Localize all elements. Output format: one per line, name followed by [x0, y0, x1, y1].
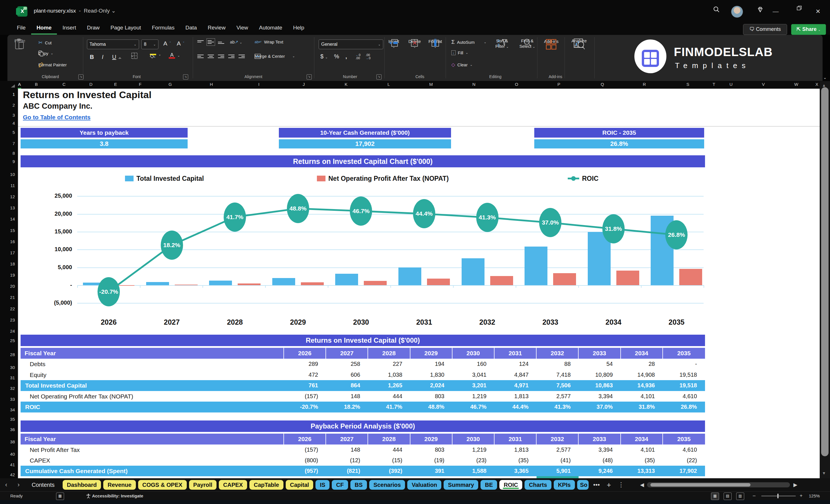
row-header-15[interactable]: 15 [10, 228, 15, 233]
copy-button[interactable]: Copy⌄ [38, 51, 53, 56]
align-center-icon[interactable] [208, 54, 214, 59]
column-header-I[interactable]: I [253, 82, 264, 87]
collapse-ribbon-icon[interactable]: ⌄ [823, 75, 827, 80]
column-header-M[interactable]: M [425, 82, 437, 87]
sheet-tab-bs[interactable]: BS [350, 480, 367, 490]
menu-tab-file[interactable]: File [11, 23, 31, 33]
sheet-options-button[interactable]: ⋮ [614, 481, 628, 489]
user-avatar[interactable] [731, 6, 743, 18]
menu-tab-review[interactable]: Review [202, 23, 231, 33]
read-only-badge[interactable]: Read-Only [84, 8, 110, 14]
sheet-tab-capex[interactable]: CAPEX [219, 480, 247, 490]
accessibility-status[interactable]: Accessibility: Investigate [86, 494, 143, 499]
format-painter-button[interactable]: Format Painter [38, 62, 67, 67]
column-header-W[interactable]: W [791, 82, 802, 87]
sheet-tab-kpis[interactable]: KPIs [554, 480, 575, 490]
align-right-icon[interactable] [218, 54, 224, 59]
premium-diamond-icon[interactable] [752, 6, 762, 17]
cut-button[interactable]: ✂ Cut [38, 39, 52, 46]
search-icon[interactable] [708, 6, 719, 17]
percent-style-button[interactable]: % [334, 53, 339, 60]
row-header-9[interactable]: 9 [12, 159, 15, 164]
comments-button[interactable]: 🗨 Comments [743, 24, 787, 35]
column-header-R[interactable]: R [639, 82, 650, 87]
sheet-nav-left-icon[interactable]: ‹ [0, 481, 12, 489]
row-header-35[interactable]: 35 [10, 417, 15, 421]
row-header-38[interactable]: 38 [10, 439, 15, 444]
more-sheets-button[interactable]: ••• [590, 481, 603, 489]
sheet-tab-dashboard[interactable]: Dashboard [63, 480, 101, 490]
sheet-tab-is[interactable]: IS [316, 480, 329, 490]
add-ins-button[interactable]: Add-ins [544, 39, 558, 44]
orientation-button[interactable]: ab↗ ⌄ [230, 39, 242, 44]
font-size-select[interactable]: 8⌄ [141, 39, 158, 49]
font-color-button[interactable]: A ⌄ [169, 53, 180, 59]
column-header-Q[interactable]: Q [597, 82, 608, 87]
sheet-tab-charts[interactable]: Charts [524, 480, 551, 490]
scroll-right-icon[interactable]: ▶ [793, 482, 797, 488]
insert-cells-button[interactable]: Insert⌄ [388, 39, 399, 49]
paste-button[interactable]: Paste⌄ [14, 38, 25, 48]
column-header-G[interactable]: G [164, 82, 176, 87]
row-header-2[interactable]: 2 [12, 103, 15, 107]
increase-font-button[interactable]: Aˆ [163, 40, 171, 47]
column-header-A[interactable]: A [14, 82, 25, 87]
row-header-31[interactable]: 31 [10, 375, 15, 380]
row-header-12[interactable]: 12 [10, 194, 15, 199]
sheet-tab-revenue[interactable]: Revenue [103, 480, 135, 490]
align-top-icon[interactable] [197, 39, 204, 44]
number-dialog-launcher[interactable]: ↘ [376, 74, 382, 80]
sheet-tab-captable[interactable]: CapTable [249, 480, 283, 490]
zoom-slider[interactable] [761, 496, 796, 496]
analyze-data-button[interactable]: AnalyzeData [571, 38, 586, 49]
alignment-dialog-launcher[interactable]: ↘ [307, 74, 312, 80]
comma-style-button[interactable]: , [346, 53, 347, 60]
zoom-in-button[interactable]: + [800, 493, 802, 499]
column-header-U[interactable]: U [725, 82, 737, 87]
column-header-D[interactable]: D [85, 82, 97, 87]
minimize-button[interactable]: — [770, 6, 781, 17]
row-header-41[interactable]: 41 [10, 462, 15, 467]
fill-button[interactable]: ↓ Fill⌄ [451, 50, 468, 55]
zoom-out-button[interactable]: – [753, 493, 755, 499]
increase-decimal-button[interactable]: ←0.00 [355, 54, 360, 60]
column-header-C[interactable]: C [58, 82, 70, 87]
horizontal-scroll-thumb[interactable] [650, 483, 751, 486]
column-header-E[interactable]: E [110, 82, 121, 87]
row-header-42[interactable]: 42 [10, 472, 15, 477]
sheet-tab-valuation[interactable]: Valuation [407, 480, 441, 490]
row-header-1[interactable]: 1 [12, 92, 15, 97]
menu-tab-help[interactable]: Help [288, 23, 310, 33]
row-header-13[interactable]: 13 [10, 206, 15, 210]
row-header-23[interactable]: 23 [10, 317, 15, 322]
sheet-tab-cogs-opex[interactable]: COGS & OPEX [138, 480, 187, 490]
column-header-B[interactable]: B [31, 82, 42, 87]
row-header-19[interactable]: 19 [10, 273, 15, 278]
delete-cells-button[interactable]: Delete⌄ [408, 39, 421, 49]
menu-tab-page-layout[interactable]: Page Layout [105, 23, 147, 33]
font-dialog-launcher[interactable]: ↘ [183, 74, 188, 80]
row-header-14[interactable]: 14 [10, 217, 15, 221]
sheet-tab-be[interactable]: BE [480, 480, 497, 490]
decrease-indent-icon[interactable] [228, 54, 234, 59]
menu-tab-draw[interactable]: Draw [82, 23, 105, 33]
font-name-select[interactable]: Tahoma⌄ [87, 39, 139, 49]
row-header-33[interactable]: 33 [10, 397, 15, 402]
page-layout-view-icon[interactable]: ▤ [724, 493, 732, 500]
row-header-8[interactable]: 8 [12, 151, 15, 156]
row-headers[interactable]: 1234578910111213141516171819202122232425… [0, 89, 18, 478]
menu-tab-data[interactable]: Data [180, 23, 202, 33]
row-header-21[interactable]: 21 [10, 295, 15, 300]
column-header-J[interactable]: J [298, 82, 310, 87]
column-header-O[interactable]: O [511, 82, 522, 87]
column-header-L[interactable]: L [383, 82, 394, 87]
format-cells-button[interactable]: Format⌄ [428, 39, 442, 49]
row-header-10[interactable]: 10 [10, 172, 15, 177]
autosum-button[interactable]: Σ AutoSum⌄ [451, 39, 486, 45]
column-header-N[interactable]: N [468, 82, 480, 87]
zoom-level[interactable]: 125% [809, 494, 820, 498]
column-headers[interactable]: ABCDEFGHIJKLMNOPQRSTUVWX [0, 81, 830, 89]
align-bottom-icon[interactable] [218, 39, 224, 44]
vertical-scroll-thumb[interactable] [821, 87, 829, 456]
row-header-17[interactable]: 17 [10, 250, 15, 255]
